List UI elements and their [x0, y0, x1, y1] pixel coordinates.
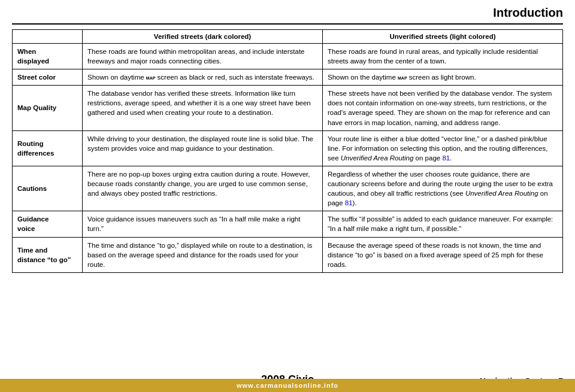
table-row: Time and distance “to go” The time and d… — [13, 237, 563, 272]
col-header-empty — [13, 30, 83, 44]
row-label-street-color: Street color — [13, 69, 83, 86]
row-verified-cautions: There are no pop-up boxes urging extra c… — [83, 166, 323, 211]
comparison-table: Verified streets (dark colored) Unverifi… — [12, 29, 563, 273]
row-label-map-quality: Map Quality — [13, 86, 83, 130]
row-verified-street-color: Shown on daytime map screen as black or … — [83, 69, 323, 86]
row-verified-routing: While driving to your destination, the d… — [83, 130, 323, 166]
row-unverified-routing: Your route line is either a blue dotted … — [323, 130, 563, 166]
col-header-verified: Verified streets (dark colored) — [83, 30, 323, 44]
row-unverified-when-displayed: These roads are found in rural areas, an… — [323, 44, 563, 69]
row-unverified-street-color: Shown on the daytime map screen as light… — [323, 69, 563, 86]
table-row: Cautions There are no pop-up boxes urgin… — [13, 166, 563, 211]
row-verified-guidance: Voice guidance issues maneuvers such as … — [83, 211, 323, 237]
table-row: Map Quality The database vendor has veri… — [13, 86, 563, 130]
table-row: Routingdifferences While driving to your… — [13, 130, 563, 166]
page-link-81-routing[interactable]: 81 — [442, 154, 450, 162]
row-unverified-guidance: The suffix “if possible” is added to eac… — [323, 211, 563, 237]
unverified-area-routing-link2: Unverified Area Routing — [465, 190, 538, 197]
table-row: Guidancevoice Voice guidance issues mane… — [13, 211, 563, 237]
row-label-cautions: Cautions — [13, 166, 83, 211]
row-verified-when-displayed: These roads are found within metropolita… — [83, 44, 323, 69]
row-unverified-time-distance: Because the average speed of these roads… — [323, 237, 563, 272]
watermark-bar: www.carmanualsonline.info — [0, 379, 575, 392]
page-link-81-cautions[interactable]: 81 — [345, 199, 353, 206]
page-title: Introduction — [12, 6, 563, 25]
map-icon-verified: map — [146, 74, 156, 81]
row-label-when-displayed: Whendisplayed — [13, 44, 83, 69]
row-unverified-map-quality: These streets have not been verified by … — [323, 86, 563, 130]
table-row: Street color Shown on daytime map screen… — [13, 69, 563, 86]
table-row: Whendisplayed These roads are found with… — [13, 44, 563, 69]
row-verified-time-distance: The time and distance “to go,” displayed… — [83, 237, 323, 272]
col-header-unverified: Unverified streets (light colored) — [323, 30, 563, 44]
page-container: Introduction Verified streets (dark colo… — [0, 0, 575, 392]
row-verified-map-quality: The database vendor has verified these s… — [83, 86, 323, 130]
unverified-area-routing-link1: Unverified Area Routing — [341, 154, 414, 162]
row-label-guidance-voice: Guidancevoice — [13, 211, 83, 237]
row-label-time-distance: Time and distance “to go” — [13, 237, 83, 272]
watermark-text: www.carmanualsonline.info — [237, 382, 338, 389]
row-unverified-cautions: Regardless of whether the user chooses r… — [323, 166, 563, 211]
map-icon-unverified: map — [398, 74, 407, 81]
row-label-routing: Routingdifferences — [13, 130, 83, 166]
